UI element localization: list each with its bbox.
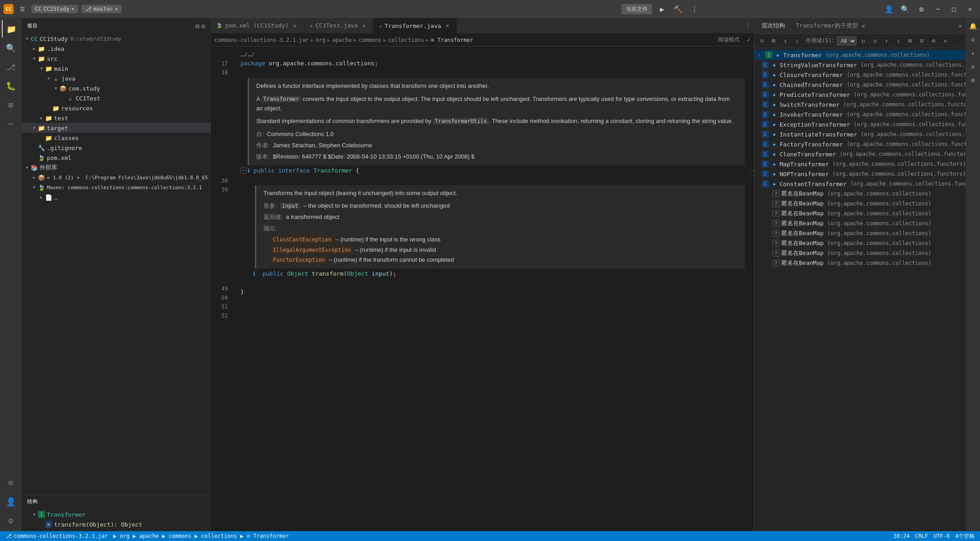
activity-explorer[interactable]: 📁 [2, 20, 20, 38]
tree-item-target[interactable]: ▼ 📁 target [22, 123, 211, 133]
activity-remote[interactable]: ⊙ [2, 473, 20, 491]
reader-mode-button[interactable]: 阅读模式 [714, 35, 743, 45]
settings-button[interactable]: ⚙ [915, 3, 928, 15]
scope-select[interactable]: All [837, 36, 857, 45]
tab-transformer[interactable]: ☕ Transformer.java ✕ [373, 18, 457, 33]
tab-pomxml[interactable]: 🍃 pom.xml (CC1Study) ✕ [211, 18, 304, 33]
tree-item-gitignore[interactable]: 🔧 .gitignore [22, 143, 211, 153]
tab-more-button[interactable]: ⋮ [741, 18, 754, 33]
structure-transformer[interactable]: ▼ I Transformer [22, 509, 211, 519]
status-indent[interactable]: 4个空格 [953, 532, 976, 540]
hier-item-constant[interactable]: C ◈ ConstantTransformer (org.apache.comm… [754, 179, 966, 189]
activity-more[interactable]: ⋯ [2, 114, 20, 132]
maximize-button[interactable]: □ [948, 3, 960, 15]
status-line-ending[interactable]: CRLF [913, 533, 930, 539]
tab-subtypes-close[interactable]: ✕ [862, 23, 865, 29]
panel-btn-7[interactable]: ↓ [894, 36, 903, 46]
hier-item-exception[interactable]: C ◈ ExceptionTransformer (org.apache.com… [754, 119, 966, 129]
hier-item-factory[interactable]: C ◈ FactoryTransformer (org.apache.commo… [754, 139, 966, 149]
hier-item-anon8[interactable]: ? 匿名在BeanMap (org.apache.commons.collect… [754, 258, 966, 268]
tree-item-cc1study[interactable]: ▼ CC CC1Study D:\study\CC1Study [22, 34, 211, 44]
breadcrumb-item-6[interactable]: ⊙ Transformer [431, 37, 473, 43]
tab-close-pom[interactable]: ✕ [291, 22, 299, 29]
tree-item-maven-commons[interactable]: ▼ 🍃 Maven: commons-collections:commons-c… [22, 182, 211, 192]
tree-item-java[interactable]: ▼ ☕ java [22, 73, 211, 83]
tab-hierarchy[interactable]: 层次结构 [758, 20, 789, 32]
hier-item-anon7[interactable]: ? 匿名在BeanMap (org.apache.commons.collect… [754, 248, 966, 258]
search-button[interactable]: 🔍 [899, 3, 912, 15]
close-button[interactable]: ✕ [964, 3, 976, 15]
hier-item-map[interactable]: C ◈ MapTransformer (org.apache.commons.c… [754, 159, 966, 169]
hier-item-anon1[interactable]: ? 匿名在BeanMap (org.apache.commons.collect… [754, 189, 966, 199]
hier-item-clone[interactable]: C ◈ CloneTransformer (org.apache.commons… [754, 149, 966, 159]
right-indent-icon[interactable]: ≡ [966, 60, 979, 73]
right-panel-close-icon[interactable]: ✕ [958, 23, 962, 29]
tree-item-comstudy[interactable]: ▼ 📦 com.study [22, 83, 211, 93]
hier-item-anon6[interactable]: ? 匿名在BeanMap (org.apache.commons.collect… [754, 238, 966, 248]
tree-item-idea[interactable]: ▶ 📁 .idea [22, 44, 211, 54]
hier-item-invoker[interactable]: C ◈ InvokerTransformer (org.apache.commo… [754, 109, 966, 119]
hier-item-chained[interactable]: C ◈ ChainedTransformer (org.apache.commo… [754, 80, 966, 90]
breadcrumb-item-3[interactable]: apache [332, 37, 352, 43]
hier-item-anon2[interactable]: ? 匿名在BeanMap (org.apache.commons.collect… [754, 199, 966, 209]
breadcrumb-item-4[interactable]: commons [358, 37, 381, 43]
panel-btn-expand[interactable]: ⊞ [905, 36, 915, 46]
right-ai-icon[interactable]: ✦ [966, 47, 979, 59]
tree-item-jdk[interactable]: ▶ 📦 < 1.8 (2) > C:\Program Files\Java\jd… [22, 173, 211, 182]
hier-item-nop[interactable]: C ◈ NOPTransformer (org.apache.commons.c… [754, 169, 966, 179]
panel-btn-1[interactable]: ⊙ [757, 36, 767, 46]
branch-selector[interactable]: ⎇ master ▾ [82, 5, 122, 13]
sidebar-settings-icon[interactable]: ⚙ [201, 23, 205, 30]
tree-item-cc1test[interactable]: ☕ CC1Test [22, 93, 211, 103]
status-breadcrumb[interactable]: ▶ org ▶ apache ▶ commons ▶ collections ▶… [112, 533, 291, 539]
activity-settings[interactable]: ⚙ [2, 511, 20, 529]
hier-item-predicate[interactable]: C ◈ PredicateTransformer (org.apache.com… [754, 90, 966, 100]
activity-debug[interactable]: 🐛 [2, 77, 20, 95]
status-git-branch[interactable]: ⎇ commons-collections-3.2.1.jar [4, 533, 110, 539]
breadcrumb-item-1[interactable]: commons-collections-3.2.1.jar [214, 37, 309, 43]
panel-btn-5[interactable]: ↺ [870, 36, 880, 46]
hier-item-anon3[interactable]: ? 匿名在BeanMap (org.apache.commons.collect… [754, 209, 966, 218]
hier-item-closure[interactable]: C ◈ ClosureTransformer (org.apache.commo… [754, 70, 966, 80]
panel-btn-6[interactable]: ↑ [882, 36, 892, 46]
panel-btn-close[interactable]: ✕ [940, 36, 950, 46]
fold-marker-38[interactable]: − [240, 168, 247, 174]
tree-item-classes[interactable]: 📁 classes [22, 133, 211, 143]
editor-settings-icon[interactable]: ✓ [747, 36, 750, 43]
tree-item-commons-more[interactable]: ▶ 📄 … [22, 192, 211, 202]
status-encoding[interactable]: UTF-8 [932, 533, 952, 539]
hier-item-switch[interactable]: C ◈ SwitchTransformer (org.apache.common… [754, 100, 966, 109]
minimize-button[interactable]: ─ [931, 3, 944, 15]
right-remote-icon[interactable]: ⊙ [966, 33, 979, 46]
tree-item-src[interactable]: ▼ 📁 src [22, 54, 211, 64]
tree-item-test[interactable]: ▶ 📁 test [22, 113, 211, 123]
tab-cc1test[interactable]: ☕ CC1Test.java ✕ [304, 18, 374, 33]
panel-btn-3[interactable]: ↕ [780, 36, 790, 46]
hier-item-anon4[interactable]: ? 匿名在BeanMap (org.apache.commons.collect… [754, 218, 966, 228]
activity-search[interactable]: 🔍 [2, 39, 20, 57]
hier-item-transformer[interactable]: ▼ I ◈ Transformer (org.apache.commons.co… [754, 50, 966, 60]
current-file-button[interactable]: 当前文件 [622, 4, 652, 14]
project-selector[interactable]: CC CC1Study ▾ [32, 5, 78, 13]
hier-item-stringvalue[interactable]: C ◈ StringValueTransformer (org.apache.c… [754, 60, 966, 70]
tree-item-resources[interactable]: 📁 resources [22, 103, 211, 113]
collapse-icon-38[interactable]: ⋯ [751, 166, 754, 175]
tree-item-main[interactable]: ▼ 📁 main [22, 64, 211, 73]
activity-account[interactable]: 👤 [2, 492, 20, 510]
build-button[interactable]: 🔨 [672, 3, 685, 15]
status-position[interactable]: 38:24 [892, 533, 912, 539]
panel-btn-2[interactable]: ⊞ [769, 36, 779, 46]
more-actions-button[interactable]: ⋮ [688, 3, 701, 15]
tab-close-transformer[interactable]: ✕ [444, 22, 451, 29]
right-notifications-icon[interactable]: 🔔 [966, 20, 979, 32]
panel-btn-settings[interactable]: ⚙ [929, 36, 939, 46]
hier-item-anon5[interactable]: ? 匿名在BeanMap (org.apache.commons.collect… [754, 228, 966, 238]
editor-text[interactable]: …/…/ package org.apache.commons.collecti… [233, 46, 754, 531]
activity-git[interactable]: ⎇ [2, 58, 20, 76]
panel-btn-collapse[interactable]: ⊟ [917, 36, 927, 46]
panel-btn-refresh[interactable]: ↻ [858, 36, 868, 46]
activity-extensions[interactable]: ⊞ [2, 95, 20, 114]
run-button[interactable]: ▶ [656, 3, 668, 15]
tab-subtypes[interactable]: Transformer的子类型 ✕ [792, 20, 869, 32]
panel-btn-4[interactable]: ↓ [792, 36, 802, 46]
